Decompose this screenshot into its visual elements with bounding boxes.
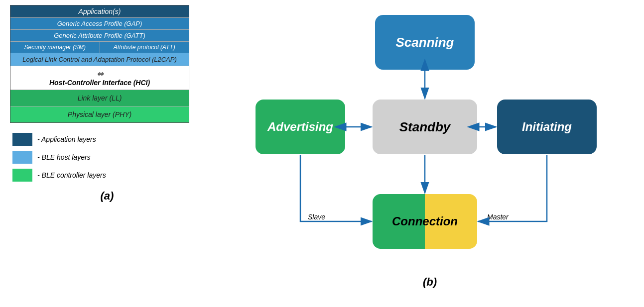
advertising-state: Advertising <box>256 100 345 154</box>
slave-label: Slave <box>308 213 325 221</box>
legend-label-controller: - BLE controller layers <box>37 171 106 179</box>
scanning-state: Scanning <box>375 15 475 70</box>
initiating-connection-arrow <box>478 155 547 221</box>
legend: - Application layers - BLE host layers -… <box>10 133 204 182</box>
att-layer: Attribute protocol (ATT) <box>100 42 189 53</box>
app-layer: Application(s) <box>10 5 189 18</box>
caption-b: (b) <box>423 276 437 289</box>
phy-layer: Physical layer (PHY) <box>10 106 189 122</box>
main-container: Application(s) Generic Access Profile (G… <box>0 0 644 307</box>
ll-layer: Link layer (LL) <box>10 90 189 106</box>
legend-label-host: - BLE host layers <box>37 153 91 161</box>
right-panel: Scanning Standby Advertising Initiating … <box>226 5 634 294</box>
gap-layer: Generic Access Profile (GAP) <box>10 18 189 30</box>
stack-diagram: Application(s) Generic Access Profile (G… <box>10 5 189 123</box>
sm-layer: Security manager (SM) <box>10 42 100 53</box>
sm-att-layer: Security manager (SM) Attribute protocol… <box>10 42 189 53</box>
connection-label: Connection <box>373 194 477 249</box>
legend-app-layers: - Application layers <box>12 133 204 146</box>
legend-ble-controller: - BLE controller layers <box>12 169 204 182</box>
legend-label-app: - Application layers <box>37 135 96 143</box>
legend-color-host <box>12 151 32 164</box>
master-label: Master <box>487 213 509 221</box>
l2cap-layer: Logical Link Control and Adaptation Prot… <box>10 53 189 66</box>
left-panel: Application(s) Generic Access Profile (G… <box>10 5 204 203</box>
hci-layer: ⇔ Host-Controller Interface (HCI) <box>10 66 189 90</box>
advertising-connection-arrow <box>300 155 372 221</box>
standby-state: Standby <box>373 100 477 154</box>
legend-color-app <box>12 133 32 146</box>
initiating-state: Initiating <box>497 100 597 154</box>
hci-arrow-icon: ⇔ <box>97 69 103 79</box>
legend-color-controller <box>12 169 32 182</box>
gatt-layer: Generic Attribute Profile (GATT) <box>10 30 189 42</box>
caption-a: (a) <box>10 190 204 203</box>
legend-ble-host: - BLE host layers <box>12 151 204 164</box>
connection-state: Connection <box>373 194 477 249</box>
